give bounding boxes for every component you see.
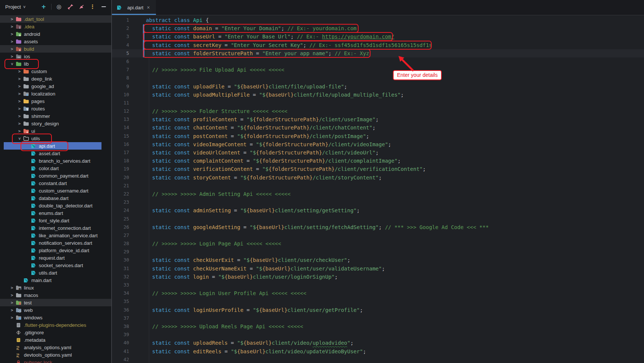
tree-item-deep-link[interactable]: >deep_link — [0, 75, 111, 82]
tree-item-utils-dart[interactable]: utils.dart — [0, 269, 111, 276]
tree-item-assets[interactable]: >assets — [0, 38, 111, 45]
code-line-35[interactable] — [145, 297, 644, 306]
code-line-28[interactable]: // >>>>> >>>>> Login Page Api <<<<< <<<<… — [145, 240, 644, 248]
tree-item-api-dart[interactable]: api.dart — [0, 142, 111, 150]
chevron-collapsed-icon[interactable]: > — [9, 17, 15, 22]
tree-item-android[interactable]: >aandroid — [0, 30, 111, 38]
add-button[interactable]: + — [40, 3, 47, 10]
tree-item-routes[interactable]: >Yroutes — [0, 105, 111, 112]
chevron-collapsed-icon[interactable]: > — [16, 69, 22, 74]
more-options-button[interactable]: ⋮ — [89, 3, 96, 10]
tree-item-devtools-options-yaml[interactable]: YAMLdevtools_options.yaml — [0, 351, 111, 359]
code-line-29[interactable] — [145, 248, 644, 256]
code-line-23[interactable] — [145, 198, 644, 206]
chevron-collapsed-icon[interactable]: > — [16, 114, 22, 119]
code-editor[interactable]: 1234567891011121314151617181920212223242… — [112, 15, 644, 363]
code-line-5[interactable]: static const folderStructurePath = "Ente… — [145, 49, 644, 57]
chevron-collapsed-icon[interactable]: > — [16, 99, 22, 104]
tree-item-windows[interactable]: >windows — [0, 314, 111, 321]
code-line-39[interactable] — [145, 331, 644, 339]
code-line-2[interactable]: static const domain = "Enter Your Domain… — [145, 24, 644, 32]
tree-item-google-ad[interactable]: >google_ad — [0, 82, 111, 90]
tree-item-color-dart[interactable]: color.dart — [0, 165, 111, 172]
tree-item-socket-services-dart[interactable]: socket_services.dart — [0, 262, 111, 269]
chevron-collapsed-icon[interactable]: > — [9, 308, 15, 313]
tree-item-request-dart[interactable]: request.dart — [0, 254, 111, 262]
tree-item-test[interactable]: >test — [0, 299, 111, 306]
code-line-19[interactable]: static const verificationContent = "${fo… — [145, 165, 644, 173]
code-line-22[interactable]: // >>>>> >>>>> Admin Setting Api <<<<< <… — [145, 190, 644, 198]
code-line-20[interactable]: static const storyContent = "${folderStr… — [145, 173, 644, 182]
tree-item-web[interactable]: >○web — [0, 306, 111, 314]
chevron-collapsed-icon[interactable]: > — [16, 76, 22, 81]
tree-item-macos[interactable]: >macos — [0, 291, 111, 299]
chevron-collapsed-icon[interactable]: > — [9, 54, 15, 59]
tree-item-story-design[interactable]: >story_design — [0, 120, 111, 127]
tree-item--idea[interactable]: >i.idea — [0, 23, 111, 30]
chevron-collapsed-icon[interactable]: > — [9, 315, 15, 320]
chevron-collapsed-icon[interactable]: > — [9, 32, 15, 37]
tree-item-shimmer[interactable]: >shimmer — [0, 112, 111, 120]
chevron-collapsed-icon[interactable]: > — [16, 106, 22, 111]
code-line-16[interactable]: static const videoImageContent = "${fold… — [145, 140, 644, 148]
code-area[interactable]: abstract class Api { static const domain… — [145, 16, 644, 363]
tree-item-linux[interactable]: >●linux — [0, 284, 111, 291]
chevron-collapsed-icon[interactable]: > — [16, 91, 22, 96]
tree-item-notification-services-dart[interactable]: notification_services.dart — [0, 239, 111, 247]
code-line-24[interactable]: static const adminSetting = "${baseUrl}c… — [145, 206, 644, 215]
code-line-12[interactable]: // >>>>> >>>>> Folder Structure <<<<< <<… — [145, 107, 644, 115]
code-line-10[interactable]: static const uploadMultipleFile = "${bas… — [145, 91, 644, 99]
tree-item-asset-dart[interactable]: asset.dart — [0, 150, 111, 157]
tree-item-platform-device-id-dart[interactable]: platform_device_id.dart — [0, 247, 111, 254]
code-line-21[interactable] — [145, 182, 644, 190]
code-line-27[interactable] — [145, 231, 644, 240]
tree-item-ui[interactable]: >+ui — [0, 127, 111, 135]
tab-api-dart[interactable]: api.dart × — [112, 0, 156, 15]
code-line-42[interactable] — [145, 356, 644, 363]
code-line-32[interactable]: static const login = "${baseUrl}client/u… — [145, 273, 644, 281]
chevron-collapsed-icon[interactable]: > — [16, 84, 22, 89]
code-line-17[interactable]: static const videoUrlContent = "${folder… — [145, 148, 644, 157]
tree-item-constant-dart[interactable]: constant.dart — [0, 179, 111, 187]
chevron-collapsed-icon[interactable]: > — [9, 293, 15, 298]
code-line-18[interactable]: static const complaintContent = "${folde… — [145, 157, 644, 165]
chevron-expanded-icon[interactable]: > — [17, 135, 22, 141]
tree-item-custom-username-dart[interactable]: custom_username.dart — [0, 187, 111, 194]
hide-panel-button[interactable] — [100, 3, 107, 10]
code-line-40[interactable]: static const uploadReels = "${baseUrl}cl… — [145, 339, 644, 347]
tree-item-analysis-options-yaml[interactable]: YAMLanalysis_options.yaml — [0, 344, 111, 351]
code-line-34[interactable]: // >>>>> >>>>> Login User Profile Api <<… — [145, 289, 644, 297]
chevron-expanded-icon[interactable]: > — [10, 61, 15, 67]
tree-item-pages[interactable]: >pages — [0, 97, 111, 105]
code-line-1[interactable]: abstract class Api { — [145, 16, 644, 24]
tree-item-double-tap-detector-dart[interactable]: double_tap_detector.dart — [0, 202, 111, 209]
tree-item--dart-tool[interactable]: >.dart_tool — [0, 15, 111, 23]
tree-item-branch-io-services-dart[interactable]: branch_io_services.dart — [0, 157, 111, 165]
tree-item-lib[interactable]: >lib — [0, 60, 111, 68]
chevron-collapsed-icon[interactable]: > — [9, 300, 15, 305]
project-selector[interactable]: Project > — [0, 4, 26, 10]
tree-item-main-dart[interactable]: main.dart — [0, 276, 111, 284]
code-line-41[interactable]: static const editReels = "${baseUrl}clie… — [145, 347, 644, 356]
code-line-38[interactable]: // >>>>> >>>>> Upload Reels Page Api <<<… — [145, 322, 644, 331]
tree-item-build[interactable]: >xbuild — [0, 45, 111, 53]
tree-item--flutter-plugins-dependencies[interactable]: .flutter-plugins-dependencies — [0, 321, 111, 329]
chevron-collapsed-icon[interactable]: > — [9, 24, 15, 29]
chevron-collapsed-icon[interactable]: > — [9, 39, 15, 44]
code-line-4[interactable]: static const secretKey = "Enter Your Sec… — [145, 41, 644, 49]
code-line-31[interactable]: static const checkUserNameExit = "${base… — [145, 265, 644, 273]
code-line-15[interactable]: static const postContent = "${folderStru… — [145, 132, 644, 140]
collapse-all-button[interactable] — [78, 3, 85, 10]
tree-item-database-dart[interactable]: database.dart — [0, 194, 111, 202]
tree-item--metadata[interactable]: .metadata — [0, 336, 111, 344]
locate-file-button[interactable]: ◎ — [55, 3, 63, 10]
chevron-collapsed-icon[interactable]: > — [16, 129, 22, 134]
tree-item-custom[interactable]: >custom — [0, 68, 111, 75]
tree-item-common-payment-dart[interactable]: common_payment.dart — [0, 172, 111, 179]
chevron-collapsed-icon[interactable]: > — [9, 47, 15, 51]
tree-item-ios[interactable]: >iosios — [0, 53, 111, 60]
chevron-collapsed-icon[interactable]: > — [9, 285, 15, 290]
code-line-3[interactable]: static const baseUrl = "Enter Your Base … — [145, 32, 644, 41]
tree-item-enums-dart[interactable]: enums.dart — [0, 209, 111, 217]
code-line-9[interactable]: static const uploadFile = "${baseUrl}cli… — [145, 82, 644, 91]
